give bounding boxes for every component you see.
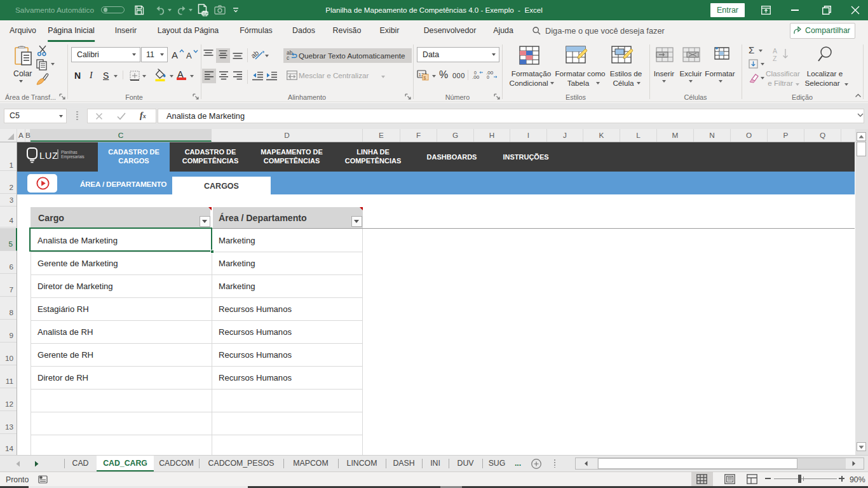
svg-text:.00: .00: [472, 74, 480, 79]
svg-text:A: A: [773, 47, 777, 55]
svg-text:0: 0: [487, 75, 489, 79]
svg-text:Z: Z: [773, 55, 777, 62]
svg-text:0: 0: [474, 71, 477, 75]
svg-text:$: $: [424, 76, 426, 80]
